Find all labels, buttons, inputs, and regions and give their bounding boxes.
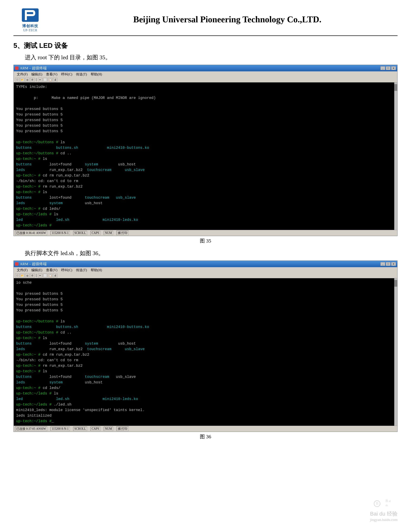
new-icon-2[interactable]: □ <box>15 274 19 278</box>
close-button-1[interactable]: ✕ <box>391 66 396 70</box>
logo-area: 博创科技 UP-TECH <box>13 7 47 32</box>
watermark-url: jingyan.baidu.com <box>370 518 398 522</box>
status-baud-1: 115200 8-N-1 <box>51 231 70 235</box>
terminal-title-left-1: ARM – 超级终端 <box>15 66 47 71</box>
terminal-icon-1 <box>15 66 19 70</box>
section-intro-2: 执行脚本文件 led.sh，如图 36。 <box>13 249 398 257</box>
t4b[interactable]: ✆ <box>30 274 35 278</box>
menu-edit-2[interactable]: 编辑(E) <box>29 267 44 273</box>
open-icon-2[interactable]: 📂 <box>20 274 25 278</box>
company-logo <box>20 7 40 24</box>
menu-file-1[interactable]: 文件(F) <box>15 72 29 77</box>
terminal-menubar-1: 文件(F) 编辑(E) 查看(V) 呼叫(C) 传送(T) 帮助(H) <box>14 71 397 77</box>
terminal-content-2: io sche You pressed buttons 5 You presse… <box>16 280 395 424</box>
terminal-statusbar-1: 已连接 0:36:41 ANSIW 115200 8-N-1 SCROLL CA… <box>14 230 397 236</box>
menu-call-1[interactable]: 呼叫(C) <box>59 72 74 77</box>
separator-2 <box>36 274 37 277</box>
status-num-2: NUM <box>104 427 113 431</box>
terminal-menubar-2: 文件(F) 编辑(E) 查看(V) 呼叫(C) 传送(T) 帮助(H) <box>14 267 397 273</box>
status-caps-2: CAPS <box>91 427 100 431</box>
status-print-1: 捕 打印 <box>117 231 129 235</box>
close-button-2[interactable]: ✕ <box>391 262 396 266</box>
section-intro-1: 进入 root 下的 led 目录，如图 35。 <box>13 54 398 61</box>
terminal-title-text-1: ARM – 超级终端 <box>20 66 47 71</box>
terminal-body-1: TYPEs include: p: Make a named pipe (MAJ… <box>14 82 397 230</box>
t4[interactable]: ✆ <box>30 78 35 82</box>
t3[interactable]: ◎ <box>25 78 29 82</box>
menu-help-1[interactable]: 帮助(H) <box>89 72 104 77</box>
t7b[interactable]: 📋 <box>48 274 52 278</box>
terminal-scroll-thumb-2 <box>394 280 397 287</box>
terminal-scrollbar-2[interactable] <box>394 278 397 426</box>
maximize-button-2[interactable]: □ <box>386 262 391 266</box>
section-title: 5、测试 LED 设备 <box>13 41 398 50</box>
terminal-titlebar-2: ARM – 超级终端 _ □ ✕ <box>14 261 397 267</box>
terminal-title-left-2: ARM – 超级终端 <box>15 261 47 266</box>
status-scroll-2: SCROLL <box>73 427 87 431</box>
logo-brand-text: 博创科技 <box>22 24 38 28</box>
minimize-button-1[interactable]: _ <box>381 66 385 70</box>
menu-transfer-2[interactable]: 传送(T) <box>74 267 89 273</box>
t5b[interactable]: ✂ <box>38 274 42 278</box>
status-baud-2: 115200 8-N-1 <box>51 427 70 431</box>
terminal-controls-1: _ □ ✕ <box>381 66 396 70</box>
watermark-brand: Bai du 经验 <box>370 510 398 518</box>
menu-help-2[interactable]: 帮助(H) <box>89 267 104 273</box>
fig-caption-2: 图 36 <box>13 433 398 440</box>
terminal-toolbar-1: □ 📂 ◎ ✆ ✂ ⬜ 📋 🖨 <box>14 77 397 82</box>
page-header: 博创科技 UP-TECH Beijing Universal Pioneerin… <box>13 7 398 36</box>
menu-view-1[interactable]: 查看(V) <box>44 72 59 77</box>
menu-file-2[interactable]: 文件(F) <box>15 267 29 273</box>
terminal-controls-2: _ □ ✕ <box>381 262 396 266</box>
t5[interactable]: ✂ <box>38 78 42 82</box>
terminal-scroll-thumb-1 <box>394 84 397 91</box>
terminal-content-1: TYPEs include: p: Make a named pipe (MAJ… <box>16 84 395 228</box>
terminal-icon-2 <box>15 262 19 266</box>
svg-text:B: B <box>385 499 388 503</box>
maximize-button-1[interactable]: □ <box>386 66 391 70</box>
terminal-scrollbar-1[interactable] <box>394 82 397 230</box>
fig-caption-1: 图 35 <box>13 238 398 244</box>
t3b[interactable]: ◎ <box>25 274 29 278</box>
terminal-toolbar-2: □ 📂 ◎ ✆ ✂ ⬜ 📋 🖨 <box>14 273 397 278</box>
status-num-1: NUM <box>104 231 113 235</box>
terminal-1-wrapper: ARM – 超级终端 _ □ ✕ 文件(F) 编辑(E) 查看(V) 呼叫(C)… <box>13 65 398 244</box>
menu-transfer-1[interactable]: 传送(T) <box>74 72 89 77</box>
status-scroll-1: SCROLL <box>73 231 87 235</box>
status-connection-1: 已连接 0:36:41 ANSIW <box>15 231 47 235</box>
baidu-logo-icon: 百 B ai du <box>372 498 396 510</box>
t8[interactable]: 🖨 <box>53 78 57 82</box>
menu-edit-1[interactable]: 编辑(E) <box>29 72 44 77</box>
menu-call-2[interactable]: 呼叫(C) <box>59 267 74 273</box>
svg-text:du: du <box>385 504 388 507</box>
company-name: Beijing Universal Pioneering Technology … <box>57 14 398 24</box>
terminal-2-wrapper: ARM – 超级终端 _ □ ✕ 文件(F) 编辑(E) 查看(V) 呼叫(C)… <box>13 260 398 440</box>
t6[interactable]: ⬜ <box>43 78 47 82</box>
t8b[interactable]: 🖨 <box>53 274 57 278</box>
minimize-button-2[interactable]: _ <box>381 262 385 266</box>
terminal-body-2: io sche You pressed buttons 5 You presse… <box>14 278 397 426</box>
menu-view-2[interactable]: 查看(V) <box>44 267 59 273</box>
status-caps-1: CAPS <box>91 231 100 235</box>
status-print-2: 捕 打印 <box>117 426 129 431</box>
status-connection-2: 已连接 0:37:05 ANSIW <box>15 426 47 431</box>
logo-sub-text: UP-TECH <box>23 28 37 32</box>
svg-text:百: 百 <box>376 502 379 505</box>
t7[interactable]: 📋 <box>48 78 52 82</box>
terminal-title-text-2: ARM – 超级终端 <box>20 261 47 266</box>
terminal-titlebar-1: ARM – 超级终端 _ □ ✕ <box>14 65 397 71</box>
open-icon-1[interactable]: 📂 <box>20 78 25 82</box>
svg-text:ai: ai <box>389 500 391 503</box>
terminal-window-1: ARM – 超级终端 _ □ ✕ 文件(F) 编辑(E) 查看(V) 呼叫(C)… <box>13 65 398 236</box>
watermark: 百 B ai du Bai du 经验 jingyan.baidu.com <box>370 498 398 522</box>
t6b[interactable]: ⬜ <box>43 274 47 278</box>
terminal-window-2: ARM – 超级终端 _ □ ✕ 文件(F) 编辑(E) 查看(V) 呼叫(C)… <box>13 260 398 432</box>
separator-1 <box>36 78 37 81</box>
terminal-statusbar-2: 已连接 0:37:05 ANSIW 115200 8-N-1 SCROLL CA… <box>14 426 397 432</box>
new-icon-1[interactable]: □ <box>15 78 19 82</box>
